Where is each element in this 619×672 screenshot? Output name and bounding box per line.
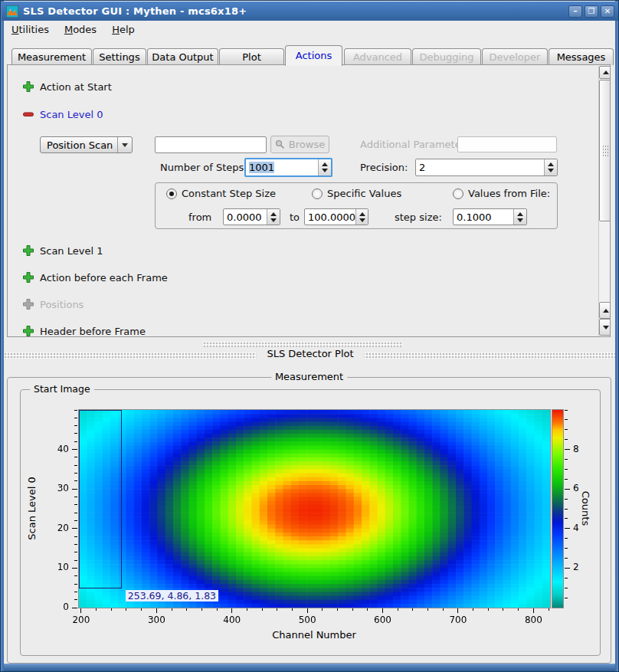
- values-from-file-radio[interactable]: [453, 188, 463, 199]
- specific-values-radio[interactable]: [312, 188, 323, 199]
- y-axis-tick: [72, 608, 77, 608]
- colorbar-tick-label: 8: [573, 444, 588, 454]
- y-axis-tick-label: 10: [38, 562, 69, 572]
- constant-step-size-radio[interactable]: [166, 188, 177, 199]
- y-axis-minor-tick: [74, 544, 77, 545]
- title-bar[interactable]: SLS Detector GUI : Mythen - mcs6x18+ – ❒…: [2, 2, 619, 21]
- spin-up-icon[interactable]: [270, 212, 277, 216]
- colorbar-minor-tick: [565, 558, 568, 559]
- colorbar-minor-tick: [565, 499, 568, 500]
- tab-debugging[interactable]: Debugging: [412, 48, 481, 65]
- plot-splitter-handle[interactable]: SLS Detector Plot: [4, 340, 617, 366]
- x-axis-minor-tick: [367, 608, 368, 611]
- close-button[interactable]: ✕: [601, 5, 614, 18]
- header-before-frame-label[interactable]: Header before Frame: [40, 326, 146, 337]
- y-axis-minor-tick: [74, 552, 77, 552]
- additional-parameter-input[interactable]: [457, 136, 557, 152]
- menu-help[interactable]: Help: [112, 24, 135, 35]
- spin-down-icon[interactable]: [548, 169, 554, 172]
- values-from-file-label[interactable]: Values from File:: [468, 188, 550, 199]
- spin-down-icon[interactable]: [322, 169, 328, 172]
- action-at-start-label[interactable]: Action at Start: [40, 81, 112, 93]
- scan-mode-select[interactable]: Position Scan: [40, 136, 133, 153]
- number-of-steps-spinner[interactable]: 1001: [244, 158, 332, 177]
- tab-actions[interactable]: Actions: [285, 45, 342, 66]
- menu-modes[interactable]: Modes: [64, 24, 97, 35]
- y-axis-minor-tick: [74, 575, 77, 576]
- colorbar-minor-tick: [565, 410, 568, 411]
- scroll-down-button[interactable]: [599, 319, 611, 336]
- x-axis-minor-tick: [488, 608, 489, 611]
- colorbar-minor-tick: [565, 588, 568, 588]
- tab-measurement[interactable]: Measurement: [11, 48, 92, 65]
- specific-values-label[interactable]: Specific Values: [327, 188, 401, 199]
- x-axis-minor-tick: [398, 608, 398, 611]
- y-axis-tick-label: 20: [38, 523, 69, 533]
- scroll-up-button[interactable]: [599, 66, 611, 79]
- heatmap-canvas[interactable]: [79, 410, 550, 608]
- constant-step-size-label[interactable]: Constant Step Size: [182, 188, 276, 199]
- spin-buttons[interactable]: [267, 209, 280, 225]
- scan-script-input[interactable]: [155, 136, 267, 153]
- spin-up-icon[interactable]: [359, 212, 365, 216]
- tab-plot[interactable]: Plot: [219, 48, 284, 65]
- spin-down-icon[interactable]: [517, 218, 523, 222]
- scan-level-1-label[interactable]: Scan Level 1: [40, 245, 103, 257]
- precision-spinner[interactable]: 2: [415, 159, 558, 176]
- measurement-title: Measurement: [271, 371, 347, 382]
- vertical-scrollbar[interactable]: [598, 66, 611, 337]
- x-axis-minor-tick: [186, 608, 187, 611]
- collapse-minus-icon[interactable]: [22, 108, 34, 120]
- spin-up-icon[interactable]: [322, 162, 328, 166]
- tab-developer[interactable]: Developer: [482, 48, 548, 65]
- menu-utilities[interactable]: Utilities: [11, 24, 49, 35]
- to-spinner[interactable]: 100.0000: [304, 208, 368, 225]
- x-axis-minor-tick: [292, 608, 293, 611]
- step-size-label: step size:: [395, 211, 442, 223]
- spin-down-icon[interactable]: [270, 218, 277, 222]
- scan-level-0-label[interactable]: Scan Level 0: [40, 109, 103, 120]
- x-axis-minor-tick: [141, 608, 142, 611]
- spin-buttons[interactable]: [318, 159, 331, 175]
- application-window: SLS Detector GUI : Mythen - mcs6x18+ – ❒…: [0, 0, 619, 672]
- combo-dropdown-section[interactable]: [117, 137, 132, 152]
- tab-messages[interactable]: Messages: [549, 48, 614, 65]
- expand-plus-icon[interactable]: [22, 244, 34, 257]
- scrollbar-thumb[interactable]: [599, 80, 611, 221]
- x-axis-minor-tick: [503, 608, 503, 611]
- zoom-selection-box: [79, 410, 122, 588]
- colorbar-minor-tick: [565, 439, 568, 440]
- action-before-frame-label[interactable]: Action before each Frame: [40, 272, 168, 284]
- from-spinner[interactable]: 0.0000: [223, 208, 280, 225]
- expand-plus-icon[interactable]: [22, 325, 34, 337]
- spin-buttons[interactable]: [355, 209, 368, 225]
- maximize-button[interactable]: ❒: [585, 5, 598, 18]
- tab-data-output[interactable]: Data Output: [147, 48, 218, 65]
- spin-buttons[interactable]: [513, 209, 526, 225]
- step-size-spinner[interactable]: 0.1000: [453, 208, 527, 225]
- spin-up-icon[interactable]: [517, 212, 523, 216]
- tab-settings[interactable]: Settings: [93, 48, 146, 65]
- spin-down-icon[interactable]: [359, 218, 365, 222]
- y-axis-minor-tick: [74, 560, 77, 561]
- expand-plus-icon-disabled: [22, 298, 34, 310]
- browse-button[interactable]: Browse: [270, 136, 329, 153]
- browse-button-label: Browse: [289, 139, 325, 150]
- colorbar-frame: [552, 409, 564, 608]
- scroll-up-button-bottom[interactable]: [599, 302, 611, 319]
- x-axis-minor-tick: [549, 608, 549, 611]
- spin-buttons[interactable]: [544, 159, 557, 175]
- expand-plus-icon[interactable]: [22, 271, 34, 284]
- x-axis-minor-tick: [518, 608, 519, 611]
- spin-up-icon[interactable]: [548, 162, 554, 166]
- y-axis-minor-tick: [74, 504, 77, 505]
- x-axis-tick-label: 600: [368, 615, 398, 625]
- tab-advanced[interactable]: Advanced: [344, 48, 411, 65]
- y-axis-minor-tick: [74, 425, 77, 426]
- colorbar-tick: [565, 449, 570, 450]
- y-axis-tick-label: 30: [38, 483, 69, 493]
- expand-plus-icon[interactable]: [22, 80, 34, 93]
- colorbar-minor-tick: [565, 518, 568, 519]
- minimize-button[interactable]: –: [568, 5, 582, 18]
- chevron-down-icon: [122, 143, 128, 147]
